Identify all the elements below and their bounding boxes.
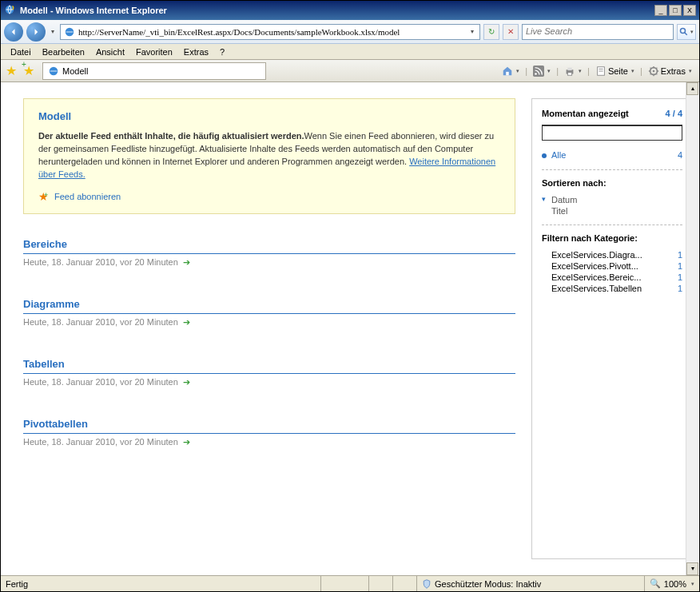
browser-tab[interactable]: Modell bbox=[42, 62, 266, 80]
tools-button-label: Extras bbox=[661, 66, 686, 76]
subscribe-row: ★+ Feed abonnieren bbox=[38, 191, 500, 202]
close-button[interactable]: X bbox=[683, 5, 696, 16]
menu-help[interactable]: ? bbox=[215, 46, 229, 58]
window-title: Modell - Windows Internet Explorer bbox=[20, 6, 653, 15]
page-button[interactable]: Seite▾ bbox=[591, 62, 638, 80]
search-input[interactable] bbox=[526, 26, 670, 36]
minimize-button[interactable]: _ bbox=[654, 5, 667, 16]
svg-rect-8 bbox=[567, 67, 571, 70]
svg-rect-9 bbox=[567, 72, 571, 75]
forward-button[interactable] bbox=[26, 22, 46, 42]
menu-extras[interactable]: Extras bbox=[179, 46, 213, 58]
feed-item: Tabellen Heute, 18. Januar 2010, vor 20 … bbox=[23, 358, 515, 387]
category-item[interactable]: ExcelServices.Tabellen1 bbox=[542, 283, 682, 294]
feed-info-box: Modell Der aktuelle Feed enthält Inhalte… bbox=[23, 98, 515, 214]
category-item[interactable]: ExcelServices.Pivott...1 bbox=[542, 260, 682, 272]
goto-arrow-icon[interactable]: ➔ bbox=[183, 437, 190, 447]
url-favicon-icon bbox=[64, 26, 75, 38]
search-button[interactable]: ▾ bbox=[677, 24, 696, 40]
scroll-down-button[interactable]: ▾ bbox=[686, 562, 698, 575]
status-ready: Fertig bbox=[1, 576, 320, 591]
feed-item-date: Heute, 18. Januar 2010, vor 20 Minuten bbox=[23, 317, 178, 327]
url-dropdown[interactable]: ▾ bbox=[468, 28, 476, 35]
svg-point-6 bbox=[535, 73, 537, 75]
feed-item: Pivottabellen Heute, 18. Januar 2010, vo… bbox=[23, 418, 515, 447]
stop-button[interactable]: ✕ bbox=[503, 24, 519, 40]
menu-edit[interactable]: Bearbeiten bbox=[38, 46, 89, 58]
tools-button[interactable]: Extras▾ bbox=[644, 62, 696, 80]
scroll-up-button[interactable]: ▴ bbox=[686, 82, 698, 95]
sort-title[interactable]: Titel bbox=[542, 205, 682, 217]
command-bar: ★ ★+ Modell ▾ | ▾ | ▾ | Seite▾ | Extras▾ bbox=[1, 60, 699, 82]
feed-item-date: Heute, 18. Januar 2010, vor 20 Minuten bbox=[23, 257, 178, 267]
category-item[interactable]: ExcelServices.Bereic...1 bbox=[542, 272, 682, 283]
svg-point-14 bbox=[653, 70, 655, 72]
menu-file[interactable]: Datei bbox=[6, 46, 36, 58]
zoom-control[interactable]: 🔍 100% ▾ bbox=[644, 576, 699, 591]
sort-by-label: Sortieren nach: bbox=[542, 178, 682, 188]
goto-arrow-icon[interactable]: ➔ bbox=[183, 317, 190, 328]
displayed-count: 4 / 4 bbox=[666, 109, 682, 118]
subscribe-icon: ★+ bbox=[38, 191, 50, 202]
back-button[interactable] bbox=[4, 22, 23, 42]
content-area: Modell Der aktuelle Feed enthält Inhalte… bbox=[1, 82, 699, 575]
svg-rect-5 bbox=[533, 66, 544, 77]
refresh-button[interactable]: ↻ bbox=[483, 24, 499, 40]
zoom-level: 100% bbox=[664, 579, 686, 589]
tab-label: Modell bbox=[62, 66, 88, 76]
feed-description: Der aktuelle Feed enthält Inhalte, die h… bbox=[38, 130, 500, 181]
home-button[interactable]: ▾ bbox=[498, 62, 523, 80]
favorites-star-icon[interactable]: ★ bbox=[4, 64, 18, 78]
statusbar: Fertig Geschützter Modus: Inaktiv 🔍 100%… bbox=[1, 575, 699, 591]
svg-point-2 bbox=[681, 28, 686, 33]
titlebar: Modell - Windows Internet Explorer _ □ X bbox=[1, 1, 699, 20]
feed-item-date: Heute, 18. Januar 2010, vor 20 Minuten bbox=[23, 437, 178, 447]
navbar: ▾ ▾ ↻ ✕ ▾ bbox=[1, 20, 699, 44]
status-protected-mode: Geschützter Modus: Inaktiv bbox=[416, 576, 644, 591]
feed-title: Modell bbox=[38, 110, 500, 122]
tab-favicon-icon bbox=[48, 66, 59, 77]
bullet-icon bbox=[542, 153, 547, 158]
zoom-icon: 🔍 bbox=[650, 578, 661, 589]
print-button[interactable]: ▾ bbox=[560, 62, 586, 80]
menu-favorites[interactable]: Favoriten bbox=[131, 46, 177, 58]
shield-icon bbox=[422, 579, 432, 589]
displayed-label: Momentan angezeigt bbox=[542, 109, 629, 118]
feed-item-title[interactable]: Pivottabellen bbox=[23, 418, 88, 430]
vertical-scrollbar[interactable]: ▴ ▾ bbox=[686, 82, 698, 575]
feed-sidebar: Momentan angezeigt 4 / 4 Alle 4 Sortiere… bbox=[531, 98, 693, 559]
sort-date[interactable]: Datum bbox=[542, 194, 682, 205]
feed-item-title[interactable]: Tabellen bbox=[23, 358, 65, 370]
url-input[interactable] bbox=[78, 27, 468, 37]
subscribe-link[interactable]: Feed abonnieren bbox=[54, 192, 121, 201]
feeds-button[interactable]: ▾ bbox=[529, 62, 555, 80]
feed-item: Bereiche Heute, 18. Januar 2010, vor 20 … bbox=[23, 238, 515, 268]
menu-view[interactable]: Ansicht bbox=[91, 46, 129, 58]
svg-line-3 bbox=[685, 32, 687, 34]
category-item[interactable]: ExcelServices.Diagra...1 bbox=[542, 249, 682, 260]
filter-by-label: Filtern nach Kategorie: bbox=[542, 233, 682, 243]
page-button-label: Seite bbox=[608, 66, 628, 76]
maximize-button[interactable]: □ bbox=[669, 5, 682, 16]
goto-arrow-icon[interactable]: ➔ bbox=[183, 377, 190, 387]
feed-main: Modell Der aktuelle Feed enthält Inhalte… bbox=[23, 98, 531, 559]
feed-item: Diagramme Heute, 18. Januar 2010, vor 20… bbox=[23, 298, 515, 328]
add-favorite-icon[interactable]: ★+ bbox=[22, 64, 36, 78]
history-dropdown[interactable]: ▾ bbox=[49, 28, 57, 35]
ie-icon bbox=[4, 4, 17, 17]
search-bar[interactable] bbox=[522, 24, 674, 40]
feed-item-date: Heute, 18. Januar 2010, vor 20 Minuten bbox=[23, 377, 178, 387]
filter-all-link[interactable]: Alle bbox=[551, 150, 566, 160]
feed-item-title[interactable]: Diagramme bbox=[23, 298, 80, 310]
address-bar[interactable]: ▾ bbox=[60, 24, 480, 40]
filter-all-count: 4 bbox=[678, 150, 682, 160]
feed-item-title[interactable]: Bereiche bbox=[23, 238, 67, 250]
goto-arrow-icon[interactable]: ➔ bbox=[183, 257, 190, 268]
sidebar-search-input[interactable] bbox=[542, 125, 682, 141]
menubar: Datei Bearbeiten Ansicht Favoriten Extra… bbox=[1, 44, 699, 60]
